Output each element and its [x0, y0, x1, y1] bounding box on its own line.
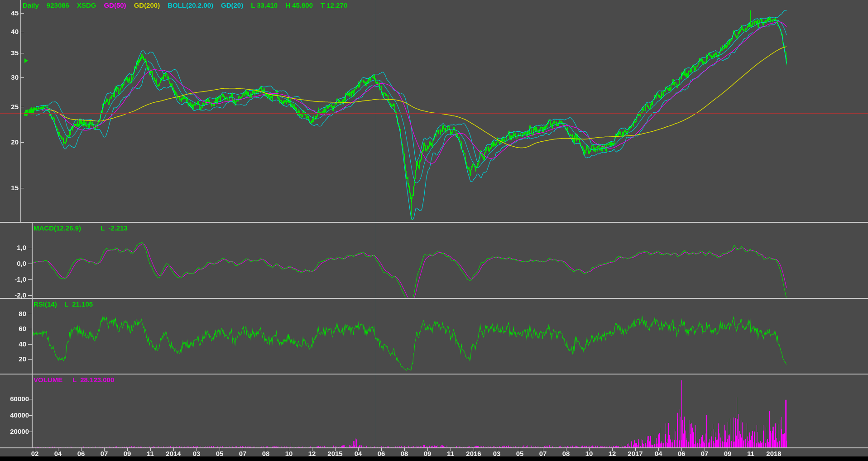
indicator-y-axis-line: [32, 222, 33, 448]
macd-ytick-mark: [28, 295, 32, 296]
price-ytick-mark: [20, 77, 24, 78]
volume-panel-label: VOLUME: [34, 376, 62, 384]
rsi-ytick-mark: [28, 359, 32, 360]
price-ytick-mark: [20, 13, 24, 14]
price-ytick-20: 20: [0, 138, 19, 146]
rsi-ytick: 60: [0, 325, 26, 332]
volume-ytick: 60000: [0, 395, 29, 403]
price-ytick-15: 15: [0, 184, 19, 192]
rsi-ytick: 20: [0, 355, 26, 363]
header-item-7: L 33.410: [251, 1, 278, 9]
volume-panel-value: L 28.123.000: [72, 376, 114, 384]
macd-ytick: -2,0: [0, 291, 26, 299]
macd-panel-value: L -2.213: [101, 224, 128, 232]
panel-divider-volume[interactable]: [0, 374, 868, 375]
crosshair-vertical-line[interactable]: [376, 0, 376, 449]
header-item-8: H 45.800: [285, 1, 313, 9]
header-item-5: BOLL(20.2.00): [168, 1, 213, 9]
price-y-axis-line: [20, 0, 21, 222]
last-price-marker-icon: [24, 58, 28, 63]
header-item-9: T 12.270: [321, 1, 347, 9]
macd-ytick: -1,0: [0, 275, 26, 283]
price-ytick-mark: [20, 142, 24, 143]
price-ytick-mark: [20, 188, 24, 188]
header-item-4: GD(200): [134, 1, 160, 9]
header-item-3: GD(50): [104, 1, 126, 9]
price-chart-canvas[interactable]: [0, 0, 868, 461]
header-item-2: XSDG: [77, 1, 96, 9]
volume-ytick: 40000: [0, 411, 29, 419]
rsi-ytick-mark: [28, 329, 32, 329]
price-ytick-45: 45: [0, 9, 19, 17]
price-ytick-mark: [20, 32, 24, 32]
crosshair-horizontal-line[interactable]: [0, 113, 868, 114]
price-ytick-mark: [20, 53, 24, 53]
price-ytick-mark: [20, 107, 24, 107]
macd-ytick-mark: [28, 279, 32, 280]
chart-header-legend: Daily923086XSDGGD(50)GD(200)BOLL(20.2.00…: [23, 1, 355, 9]
rsi-ytick-mark: [28, 344, 32, 345]
header-item-6: GD(20): [221, 1, 243, 9]
macd-ytick: 1,0: [0, 244, 26, 251]
volume-ytick: 20000: [0, 427, 29, 435]
macd-ytick-mark: [28, 248, 32, 248]
volume-ytick-mark: [29, 432, 33, 432]
rsi-panel-value: L 21.105: [64, 300, 93, 308]
price-ytick-40: 40: [0, 28, 19, 35]
rsi-ytick: 40: [0, 340, 26, 348]
window-bottom-strip: [0, 456, 868, 461]
price-ytick-25: 25: [0, 103, 19, 110]
macd-panel-label: MACD(12.26.9): [34, 224, 81, 232]
panel-divider-rsi[interactable]: [0, 298, 868, 299]
volume-ytick-mark: [29, 415, 33, 416]
macd-ytick-mark: [28, 264, 32, 264]
header-item-0: Daily: [23, 1, 39, 9]
panel-divider-macd[interactable]: [0, 222, 868, 223]
macd-ytick: 0,0: [0, 259, 26, 267]
rsi-panel-label: RSI(14): [34, 300, 57, 308]
chart-application-window: Daily923086XSDGGD(50)GD(200)BOLL(20.2.00…: [0, 0, 868, 461]
price-ytick-30: 30: [0, 73, 19, 81]
rsi-ytick: 80: [0, 310, 26, 317]
volume-ytick-mark: [29, 399, 33, 399]
x-axis-line: [0, 447, 868, 448]
price-ytick-35: 35: [0, 49, 19, 57]
rsi-ytick-mark: [28, 314, 32, 314]
header-item-1: 923086: [47, 1, 69, 9]
